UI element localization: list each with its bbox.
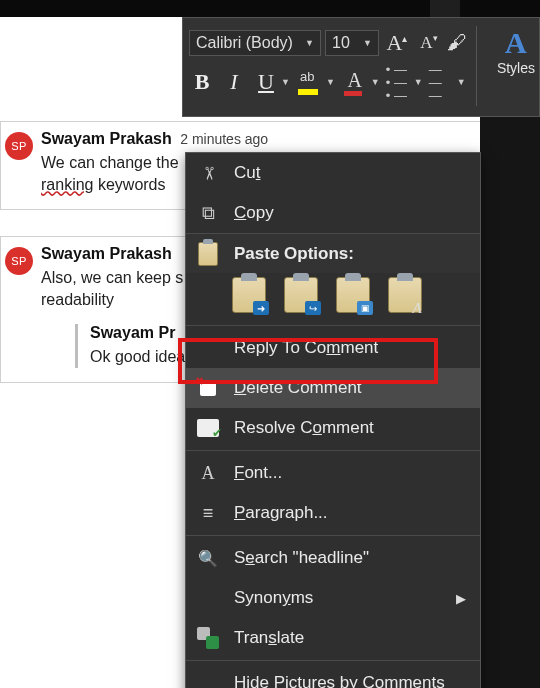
ctx-synonyms[interactable]: SynonymsSynonyms ▶ bbox=[186, 578, 480, 618]
ctx-label: Resolve CommentResolve Comment bbox=[234, 418, 466, 438]
font-size-select[interactable]: 10 ▼ bbox=[325, 30, 379, 56]
ctx-label: Hide Pictures by CommentsHide Pictures b… bbox=[234, 673, 466, 688]
copy-icon bbox=[194, 199, 222, 227]
ctx-label: Paragraph...Paragraph... bbox=[234, 503, 466, 523]
paste-options-row bbox=[186, 273, 480, 323]
comment-author: Swayam Prakash bbox=[41, 130, 172, 147]
divider bbox=[476, 26, 477, 106]
paste-keep-source-icon[interactable] bbox=[232, 277, 266, 313]
separator bbox=[186, 325, 480, 326]
paste-picture-icon[interactable] bbox=[336, 277, 370, 313]
top-black-bar bbox=[0, 0, 540, 17]
paste-merge-icon[interactable] bbox=[284, 277, 318, 313]
ctx-label: Reply To CommentReply To Comment bbox=[234, 338, 466, 358]
ctx-paste-options-header: Paste Options: bbox=[186, 233, 480, 273]
chevron-down-icon[interactable]: ▼ bbox=[281, 77, 290, 87]
clipboard-icon bbox=[194, 240, 222, 268]
font-name-value: Calibri (Body) bbox=[196, 34, 293, 52]
separator bbox=[186, 450, 480, 451]
translate-icon bbox=[194, 624, 222, 652]
bold-button[interactable]: B bbox=[189, 69, 215, 95]
separator bbox=[186, 535, 480, 536]
resolve-comment-icon bbox=[194, 414, 222, 442]
avatar: SP bbox=[5, 247, 33, 275]
blank-icon bbox=[194, 584, 222, 612]
search-icon bbox=[194, 544, 222, 572]
chevron-right-icon: ▶ bbox=[456, 591, 466, 606]
avatar: SP bbox=[5, 132, 33, 160]
comment-author: Swayam Prakash bbox=[41, 245, 172, 262]
ctx-translate[interactable]: TranslateTranslate bbox=[186, 618, 480, 658]
italic-button[interactable]: I bbox=[221, 69, 247, 95]
ctx-label: TranslateTranslate bbox=[234, 628, 466, 648]
scissors-icon bbox=[194, 159, 222, 187]
ctx-resolve-comment[interactable]: Resolve CommentResolve Comment bbox=[186, 408, 480, 448]
ctx-delete-comment[interactable]: Delete CommentDelete Comment bbox=[186, 368, 480, 408]
ctx-label: Delete CommentDelete Comment bbox=[234, 378, 466, 398]
underline-button[interactable]: U bbox=[253, 69, 279, 95]
chevron-down-icon[interactable]: ▼ bbox=[457, 77, 466, 87]
grow-font-icon[interactable]: A▴ bbox=[383, 30, 411, 56]
ctx-label: Paste Options: bbox=[234, 244, 466, 264]
paste-text-only-icon[interactable] bbox=[388, 277, 422, 313]
ctx-cut[interactable]: CutCut bbox=[186, 153, 480, 193]
ctx-label: CopyCopy bbox=[234, 203, 466, 223]
highlight-button[interactable] bbox=[296, 69, 324, 95]
ctx-label: SynonymsSynonyms bbox=[234, 588, 466, 608]
chevron-down-icon[interactable]: ▼ bbox=[371, 77, 380, 87]
ctx-hide-pictures[interactable]: Hide Pictures by CommentsHide Pictures b… bbox=[186, 663, 480, 688]
separator bbox=[186, 660, 480, 661]
paragraph-icon bbox=[194, 499, 222, 527]
ctx-label: Font...Font... bbox=[234, 463, 466, 483]
right-dark-column bbox=[480, 117, 540, 688]
comment-time: 2 minutes ago bbox=[180, 131, 268, 147]
ribbon: Calibri (Body) ▼ 10 ▼ A▴ A▾ A Styles B I… bbox=[182, 17, 540, 117]
styles-button[interactable]: A Styles bbox=[497, 26, 535, 76]
ctx-label: CutCut bbox=[234, 163, 466, 183]
clear-format-icon[interactable] bbox=[447, 31, 471, 55]
chevron-down-icon[interactable]: ▼ bbox=[414, 77, 423, 87]
font-color-button[interactable]: A bbox=[341, 69, 369, 95]
ctx-copy[interactable]: CopyCopy bbox=[186, 193, 480, 233]
ctx-font[interactable]: Font...Font... bbox=[186, 453, 480, 493]
ctx-label: Search "headline"Search "headline" bbox=[234, 548, 466, 568]
font-size-value: 10 bbox=[332, 34, 350, 52]
shrink-font-icon[interactable]: A▾ bbox=[415, 33, 443, 53]
ctx-search[interactable]: Search "headline"Search "headline" bbox=[186, 538, 480, 578]
chevron-down-icon[interactable]: ▼ bbox=[326, 77, 335, 87]
spell-error-word[interactable]: ranking bbox=[41, 176, 93, 193]
font-icon bbox=[194, 459, 222, 487]
delete-comment-icon bbox=[194, 374, 222, 402]
blank-icon bbox=[194, 334, 222, 362]
chevron-down-icon: ▼ bbox=[363, 38, 372, 48]
blank-icon bbox=[194, 669, 222, 688]
styles-label: Styles bbox=[497, 60, 535, 76]
ctx-reply-comment[interactable]: Reply To CommentReply To Comment bbox=[186, 328, 480, 368]
numbered-list-button[interactable]: ——— bbox=[429, 63, 453, 102]
ctx-paragraph[interactable]: Paragraph...Paragraph... bbox=[186, 493, 480, 533]
chevron-down-icon: ▼ bbox=[305, 38, 314, 48]
bullets-button[interactable]: • —• —• — bbox=[386, 63, 410, 102]
font-name-select[interactable]: Calibri (Body) ▼ bbox=[189, 30, 321, 56]
context-menu: CutCut CopyCopy Paste Options: Reply To … bbox=[185, 152, 481, 688]
styles-icon: A bbox=[505, 26, 527, 60]
